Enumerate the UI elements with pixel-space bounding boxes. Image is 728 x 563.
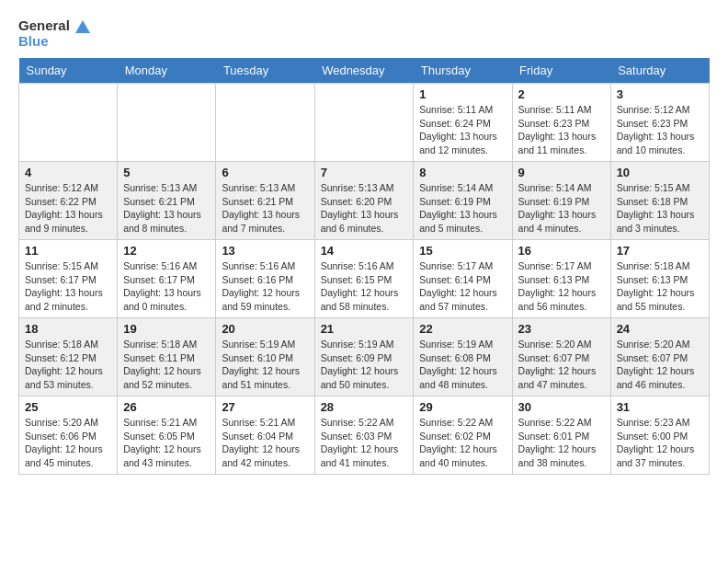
weekday-header-friday: Friday	[512, 58, 610, 84]
calendar-cell: 23Sunrise: 5:20 AMSunset: 6:07 PMDayligh…	[512, 318, 610, 396]
calendar-cell: 30Sunrise: 5:22 AMSunset: 6:01 PMDayligh…	[512, 396, 610, 475]
day-detail: Sunrise: 5:21 AMSunset: 6:05 PMDaylight:…	[123, 417, 201, 468]
calendar-week-row: 1Sunrise: 5:11 AMSunset: 6:24 PMDaylight…	[19, 84, 710, 162]
logo-text: General Blue	[18, 18, 90, 49]
day-detail: Sunrise: 5:17 AMSunset: 6:13 PMDaylight:…	[518, 260, 597, 312]
day-number: 27	[222, 400, 308, 414]
day-detail: Sunrise: 5:15 AMSunset: 6:17 PMDaylight:…	[25, 260, 103, 312]
calendar-cell: 14Sunrise: 5:16 AMSunset: 6:15 PMDayligh…	[314, 240, 414, 318]
calendar-cell: 27Sunrise: 5:21 AMSunset: 6:04 PMDayligh…	[216, 396, 314, 475]
page-header: General Blue	[18, 18, 710, 49]
day-number: 31	[617, 400, 703, 414]
calendar-cell	[314, 84, 414, 162]
day-detail: Sunrise: 5:11 AMSunset: 6:24 PMDaylight:…	[419, 104, 497, 155]
day-number: 9	[518, 166, 605, 179]
calendar-cell: 10Sunrise: 5:15 AMSunset: 6:18 PMDayligh…	[610, 162, 709, 240]
calendar-table: SundayMondayTuesdayWednesdayThursdayFrid…	[18, 58, 710, 475]
day-detail: Sunrise: 5:18 AMSunset: 6:13 PMDaylight:…	[617, 260, 695, 312]
calendar-cell: 2Sunrise: 5:11 AMSunset: 6:23 PMDaylight…	[512, 84, 610, 162]
calendar-cell: 12Sunrise: 5:16 AMSunset: 6:17 PMDayligh…	[118, 240, 216, 318]
calendar-cell: 13Sunrise: 5:16 AMSunset: 6:16 PMDayligh…	[216, 240, 314, 318]
calendar-week-row: 25Sunrise: 5:20 AMSunset: 6:06 PMDayligh…	[19, 396, 710, 475]
day-detail: Sunrise: 5:16 AMSunset: 6:16 PMDaylight:…	[222, 260, 300, 312]
calendar-week-row: 4Sunrise: 5:12 AMSunset: 6:22 PMDaylight…	[19, 162, 710, 240]
calendar-cell: 29Sunrise: 5:22 AMSunset: 6:02 PMDayligh…	[414, 396, 512, 475]
day-number: 12	[123, 244, 210, 258]
calendar-cell: 24Sunrise: 5:20 AMSunset: 6:07 PMDayligh…	[610, 318, 709, 396]
day-detail: Sunrise: 5:19 AMSunset: 6:08 PMDaylight:…	[419, 339, 497, 390]
calendar-cell: 6Sunrise: 5:13 AMSunset: 6:21 PMDaylight…	[216, 162, 314, 240]
day-number: 5	[123, 166, 210, 179]
day-detail: Sunrise: 5:23 AMSunset: 6:00 PMDaylight:…	[617, 417, 695, 468]
calendar-cell	[19, 84, 118, 162]
calendar-cell: 25Sunrise: 5:20 AMSunset: 6:06 PMDayligh…	[19, 396, 118, 475]
day-detail: Sunrise: 5:20 AMSunset: 6:07 PMDaylight:…	[617, 339, 695, 390]
day-number: 22	[419, 322, 506, 336]
day-number: 13	[222, 244, 308, 258]
day-detail: Sunrise: 5:13 AMSunset: 6:20 PMDaylight:…	[321, 182, 399, 234]
calendar-cell: 8Sunrise: 5:14 AMSunset: 6:19 PMDaylight…	[414, 162, 512, 240]
day-number: 15	[419, 244, 506, 258]
day-number: 10	[617, 166, 703, 179]
calendar-cell: 20Sunrise: 5:19 AMSunset: 6:10 PMDayligh…	[216, 318, 314, 396]
day-detail: Sunrise: 5:22 AMSunset: 6:03 PMDaylight:…	[321, 417, 399, 468]
day-detail: Sunrise: 5:22 AMSunset: 6:02 PMDaylight:…	[419, 417, 497, 468]
day-number: 17	[617, 244, 703, 258]
day-number: 24	[617, 322, 703, 336]
day-detail: Sunrise: 5:22 AMSunset: 6:01 PMDaylight:…	[518, 417, 597, 468]
day-detail: Sunrise: 5:20 AMSunset: 6:07 PMDaylight:…	[518, 339, 597, 390]
day-number: 14	[321, 244, 408, 258]
calendar-cell: 19Sunrise: 5:18 AMSunset: 6:11 PMDayligh…	[118, 318, 216, 396]
day-number: 16	[518, 244, 605, 258]
calendar-cell: 15Sunrise: 5:17 AMSunset: 6:14 PMDayligh…	[414, 240, 512, 318]
day-number: 8	[419, 166, 506, 179]
calendar-cell	[118, 84, 216, 162]
calendar-cell: 28Sunrise: 5:22 AMSunset: 6:03 PMDayligh…	[314, 396, 414, 475]
day-number: 18	[25, 322, 111, 336]
calendar-cell: 4Sunrise: 5:12 AMSunset: 6:22 PMDaylight…	[19, 162, 118, 240]
day-detail: Sunrise: 5:14 AMSunset: 6:19 PMDaylight:…	[419, 182, 497, 234]
day-number: 3	[617, 87, 703, 101]
day-number: 30	[518, 400, 605, 414]
day-detail: Sunrise: 5:20 AMSunset: 6:06 PMDaylight:…	[25, 417, 103, 468]
day-number: 28	[321, 400, 408, 414]
calendar-cell: 21Sunrise: 5:19 AMSunset: 6:09 PMDayligh…	[314, 318, 414, 396]
day-number: 25	[25, 400, 111, 414]
day-detail: Sunrise: 5:13 AMSunset: 6:21 PMDaylight:…	[222, 182, 300, 234]
day-detail: Sunrise: 5:16 AMSunset: 6:15 PMDaylight:…	[321, 260, 399, 312]
day-detail: Sunrise: 5:15 AMSunset: 6:18 PMDaylight:…	[617, 182, 695, 234]
calendar-cell: 17Sunrise: 5:18 AMSunset: 6:13 PMDayligh…	[610, 240, 709, 318]
calendar-week-row: 18Sunrise: 5:18 AMSunset: 6:12 PMDayligh…	[19, 318, 710, 396]
weekday-header-monday: Monday	[118, 58, 216, 84]
calendar-cell: 7Sunrise: 5:13 AMSunset: 6:20 PMDaylight…	[314, 162, 414, 240]
calendar-cell: 9Sunrise: 5:14 AMSunset: 6:19 PMDaylight…	[512, 162, 610, 240]
calendar-cell: 1Sunrise: 5:11 AMSunset: 6:24 PMDaylight…	[414, 84, 512, 162]
day-detail: Sunrise: 5:13 AMSunset: 6:21 PMDaylight:…	[123, 182, 201, 234]
day-number: 6	[222, 166, 308, 179]
weekday-header-thursday: Thursday	[414, 58, 512, 84]
weekday-header-wednesday: Wednesday	[314, 58, 414, 84]
weekday-header-tuesday: Tuesday	[216, 58, 314, 84]
day-number: 20	[222, 322, 308, 336]
calendar-cell: 18Sunrise: 5:18 AMSunset: 6:12 PMDayligh…	[19, 318, 118, 396]
calendar-cell: 11Sunrise: 5:15 AMSunset: 6:17 PMDayligh…	[19, 240, 118, 318]
weekday-header-sunday: Sunday	[19, 58, 118, 84]
calendar-cell: 26Sunrise: 5:21 AMSunset: 6:05 PMDayligh…	[118, 396, 216, 475]
day-detail: Sunrise: 5:18 AMSunset: 6:11 PMDaylight:…	[123, 339, 201, 390]
weekday-header-saturday: Saturday	[610, 58, 709, 84]
day-number: 19	[123, 322, 210, 336]
day-number: 26	[123, 400, 210, 414]
day-number: 23	[518, 322, 605, 336]
day-detail: Sunrise: 5:18 AMSunset: 6:12 PMDaylight:…	[25, 339, 103, 390]
calendar-cell: 3Sunrise: 5:12 AMSunset: 6:23 PMDaylight…	[610, 84, 709, 162]
day-detail: Sunrise: 5:12 AMSunset: 6:23 PMDaylight:…	[617, 104, 695, 155]
calendar-cell: 16Sunrise: 5:17 AMSunset: 6:13 PMDayligh…	[512, 240, 610, 318]
calendar-cell	[216, 84, 314, 162]
day-detail: Sunrise: 5:14 AMSunset: 6:19 PMDaylight:…	[518, 182, 597, 234]
day-detail: Sunrise: 5:17 AMSunset: 6:14 PMDaylight:…	[419, 260, 497, 312]
day-number: 11	[25, 244, 111, 258]
day-number: 4	[25, 166, 111, 179]
day-number: 7	[321, 166, 408, 179]
calendar-cell: 22Sunrise: 5:19 AMSunset: 6:08 PMDayligh…	[414, 318, 512, 396]
day-detail: Sunrise: 5:19 AMSunset: 6:10 PMDaylight:…	[222, 339, 300, 390]
